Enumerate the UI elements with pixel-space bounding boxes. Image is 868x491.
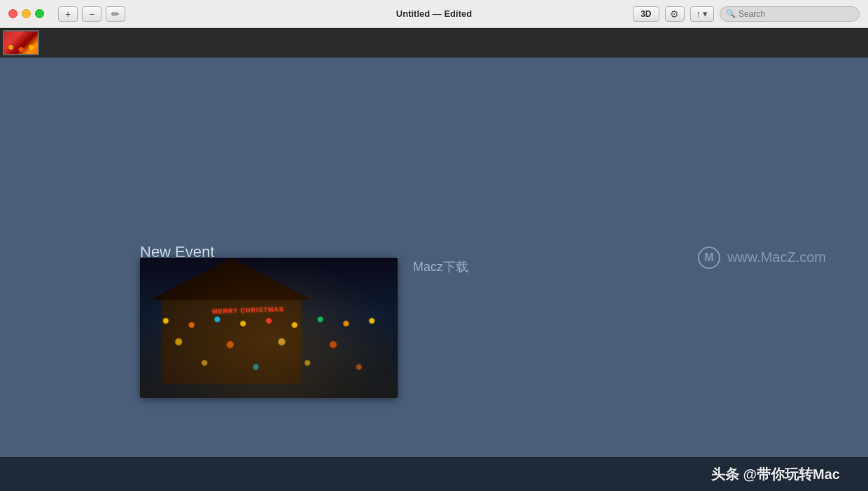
titlebar: + − ✏ Untitled — Edited 3D ⚙ ↑ ▾ 🔍 [0,0,868,28]
macz-url: www.MacZ.com [727,249,826,265]
edit-button[interactable]: ✏ [106,6,125,22]
minimize-button[interactable] [22,9,31,18]
titlebar-right: 3D ⚙ ↑ ▾ 🔍 [633,6,860,22]
photo-inner: MERRY CHRISTMAS [140,258,398,398]
search-input[interactable] [738,9,853,19]
thumbnail-item[interactable] [3,30,39,55]
thumbnail-strip [0,28,868,57]
main-photo: MERRY CHRISTMAS [140,258,398,398]
titlebar-left: + − ✏ [8,6,125,22]
add-button[interactable]: + [58,6,78,22]
traffic-lights [8,9,44,18]
close-button[interactable] [8,9,18,18]
macz-logo-icon: M [698,247,720,269]
macz-download-text: Macz下载 [413,258,468,275]
bottom-watermark: 头条 @带你玩转Mac [711,465,840,484]
3d-button[interactable]: 3D [633,6,659,22]
gear-button[interactable]: ⚙ [665,6,685,22]
bottom-bar: 头条 @带你玩转Mac [0,457,868,491]
window-title: Untitled — Edited [396,8,472,19]
toolbar-buttons: + − ✏ [58,6,125,22]
thumbnail-photo [4,32,38,54]
remove-button[interactable]: − [82,6,102,22]
maximize-button[interactable] [35,9,44,18]
search-icon: 🔍 [726,9,736,18]
photo-glow [140,258,398,398]
chevron-down-icon: ▾ [703,8,708,19]
search-bar[interactable]: 🔍 [720,6,860,22]
share-button[interactable]: ↑ ▾ [690,6,715,22]
main-content: New Event Nov 14, 2020 MERRY CHRISTMAS M… [0,57,868,457]
macz-watermark: M www.MacZ.com [698,247,826,269]
photo-area: MERRY CHRISTMAS [140,258,398,398]
share-icon: ↑ [696,8,701,19]
